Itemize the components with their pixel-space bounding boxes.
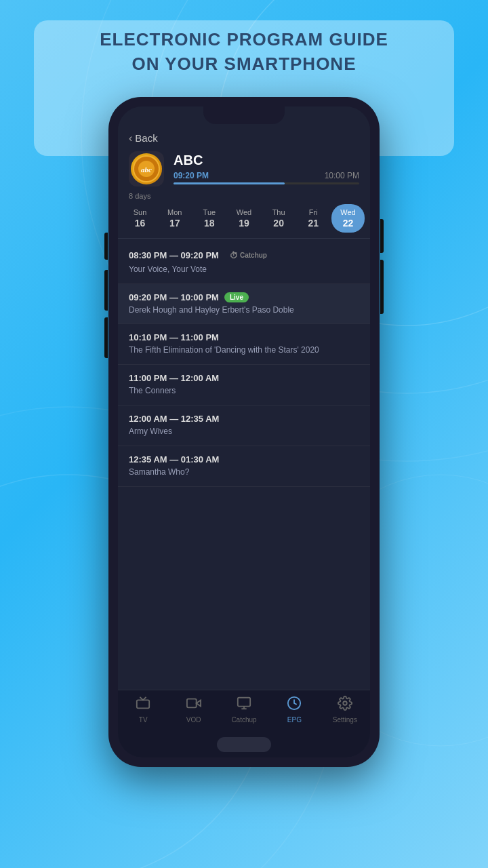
day-num: 16 bbox=[135, 218, 146, 229]
notch bbox=[203, 106, 285, 124]
day-name: Tue bbox=[203, 208, 216, 216]
days-label: 8 days bbox=[118, 186, 370, 201]
nav-label: VOD bbox=[186, 716, 201, 724]
date-selector: Sun 16 Mon 17 Tue 18 Wed 19 Thu 20 Fri 2… bbox=[118, 201, 370, 235]
nav-label: TV bbox=[139, 716, 148, 724]
program-time: 12:35 AM — 01:30 AM bbox=[129, 454, 219, 465]
day-num: 18 bbox=[204, 218, 215, 229]
date-item[interactable]: Wed 19 bbox=[227, 204, 260, 233]
day-num: 22 bbox=[343, 218, 354, 229]
mute-button bbox=[104, 233, 108, 260]
svg-marker-11 bbox=[196, 700, 200, 706]
date-item[interactable]: Thu 20 bbox=[262, 204, 296, 233]
program-time: 09:20 PM — 10:00 PM bbox=[129, 292, 219, 302]
bottom-nav: TV VOD Catchup EPG Settings bbox=[118, 690, 370, 730]
program-title: The Fifth Elimination of 'Dancing with t… bbox=[129, 344, 359, 356]
catchup-badge: ⏱Catchup bbox=[224, 250, 272, 262]
day-name: Wed bbox=[237, 208, 251, 216]
volume-up-button bbox=[104, 270, 108, 311]
day-name: Fri bbox=[309, 208, 318, 216]
program-item[interactable]: 12:00 AM — 12:35 AM Army Wives bbox=[118, 406, 370, 446]
day-name: Thu bbox=[272, 208, 285, 216]
program-title: Your Voice, Your Vote bbox=[129, 264, 359, 275]
abc-logo-image: abc bbox=[131, 153, 162, 184]
program-title: Samantha Who? bbox=[129, 467, 359, 478]
volume-down-left-button bbox=[104, 317, 108, 358]
channel-name: ABC bbox=[174, 153, 359, 168]
nav-item-catchup[interactable]: Catchup bbox=[219, 696, 269, 724]
vod-icon bbox=[186, 696, 201, 714]
nav-label: EPG bbox=[287, 716, 302, 724]
day-num: 20 bbox=[273, 218, 284, 229]
settings-icon bbox=[338, 696, 352, 714]
channel-info: ABC 09:20 PM 10:00 PM bbox=[174, 153, 359, 184]
program-time: 10:10 PM — 11:00 PM bbox=[129, 332, 219, 342]
catchup-icon bbox=[237, 696, 251, 714]
live-badge: Live bbox=[224, 292, 249, 302]
nav-label: Catchup bbox=[231, 716, 256, 724]
time-start: 09:20 PM bbox=[174, 171, 209, 180]
divider bbox=[118, 238, 370, 239]
day-name: Mon bbox=[167, 208, 182, 216]
program-list: 08:30 PM — 09:20 PM ⏱Catchup Your Voice,… bbox=[118, 241, 370, 487]
date-item[interactable]: Wed 22 bbox=[331, 204, 365, 233]
program-time: 11:00 PM — 12:00 AM bbox=[129, 373, 219, 383]
header-area: ELECTRONIC PROGRAM GUIDE ON YOUR SMARTPH… bbox=[59, 0, 429, 90]
date-item[interactable]: Fri 21 bbox=[297, 204, 330, 233]
svg-rect-12 bbox=[187, 698, 197, 707]
epg-icon bbox=[287, 696, 302, 714]
date-item[interactable]: Sun 16 bbox=[123, 204, 157, 233]
back-chevron-icon: ‹ bbox=[129, 132, 132, 144]
tv-icon bbox=[136, 696, 150, 714]
program-item[interactable]: 10:10 PM — 11:00 PM The Fifth Eliminatio… bbox=[118, 324, 370, 365]
phone-mockup: ‹ Back abc bbox=[108, 97, 380, 767]
program-time: 08:30 PM — 09:20 PM bbox=[129, 250, 219, 260]
nav-item-tv[interactable]: TV bbox=[118, 696, 168, 724]
back-label: Back bbox=[135, 132, 157, 144]
channel-logo: abc bbox=[129, 151, 164, 186]
home-indicator[interactable] bbox=[217, 737, 271, 752]
svg-rect-13 bbox=[238, 698, 250, 707]
progress-bar bbox=[174, 182, 359, 184]
date-item[interactable]: Mon 17 bbox=[158, 204, 191, 233]
program-item[interactable]: 12:35 AM — 01:30 AM Samantha Who? bbox=[118, 446, 370, 487]
date-item[interactable]: Tue 18 bbox=[192, 204, 226, 233]
day-name: Sun bbox=[134, 208, 147, 216]
nav-item-epg[interactable]: EPG bbox=[269, 696, 319, 724]
program-title: The Conners bbox=[129, 385, 359, 397]
nav-item-vod[interactable]: VOD bbox=[168, 696, 218, 724]
nav-item-settings[interactable]: Settings bbox=[320, 696, 370, 724]
svg-rect-10 bbox=[137, 700, 149, 708]
program-item[interactable]: 09:20 PM — 10:00 PM Live Derek Hough and… bbox=[118, 284, 370, 325]
power-button bbox=[380, 219, 384, 253]
program-title: Derek Hough and Hayley Erbert's Paso Dob… bbox=[129, 304, 359, 316]
page-title: ELECTRONIC PROGRAM GUIDE ON YOUR SMARTPH… bbox=[100, 27, 388, 77]
time-end: 10:00 PM bbox=[325, 171, 359, 180]
program-item[interactable]: 11:00 PM — 12:00 AM The Conners bbox=[118, 365, 370, 406]
program-title: Army Wives bbox=[129, 426, 359, 437]
day-name: Wed bbox=[340, 208, 355, 216]
day-num: 17 bbox=[169, 218, 180, 229]
volume-down-button bbox=[380, 260, 384, 314]
channel-header: abc ABC 09:20 PM 10:00 PM bbox=[118, 147, 370, 186]
svg-text:abc: abc bbox=[141, 165, 152, 173]
day-num: 19 bbox=[239, 218, 249, 229]
back-button[interactable]: ‹ Back bbox=[118, 127, 370, 147]
progress-fill bbox=[174, 182, 285, 184]
svg-point-17 bbox=[343, 701, 347, 705]
program-time: 12:00 AM — 12:35 AM bbox=[129, 414, 219, 424]
nav-label: Settings bbox=[333, 716, 357, 724]
day-num: 21 bbox=[308, 218, 319, 229]
program-item[interactable]: 08:30 PM — 09:20 PM ⏱Catchup Your Voice,… bbox=[118, 241, 370, 284]
home-button-area bbox=[118, 730, 370, 757]
